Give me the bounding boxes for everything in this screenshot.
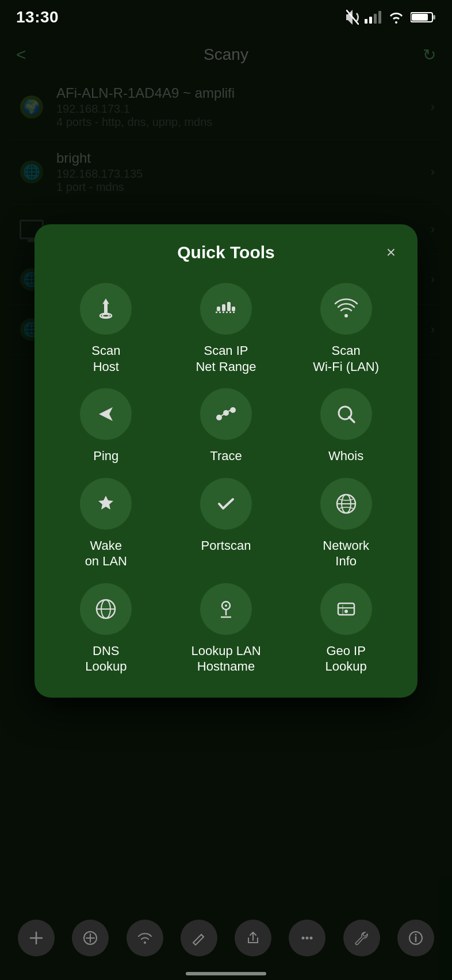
wifi-tab-icon bbox=[137, 930, 153, 946]
add-button[interactable] bbox=[18, 920, 55, 956]
svg-point-49 bbox=[415, 934, 416, 936]
wake-on-lan-button[interactable]: Wakeon LAN bbox=[51, 478, 162, 569]
pencil-icon bbox=[191, 930, 207, 946]
svg-rect-7 bbox=[433, 15, 435, 20]
status-bar: 13:30 bbox=[0, 0, 452, 35]
svg-rect-4 bbox=[378, 11, 381, 24]
wifi-button[interactable] bbox=[127, 920, 163, 956]
add-network-button[interactable] bbox=[72, 920, 109, 956]
svg-rect-9 bbox=[104, 302, 108, 315]
scan-ip-range-button[interactable]: Scan IPNet Range bbox=[171, 283, 282, 374]
lookup-lan-icon bbox=[213, 596, 239, 622]
dns-icon bbox=[93, 596, 118, 622]
whois-icon-circle bbox=[320, 388, 372, 440]
svg-rect-12 bbox=[217, 307, 220, 311]
lookup-lan-button[interactable]: Lookup LANHostname bbox=[171, 583, 282, 675]
svg-point-35 bbox=[344, 610, 348, 613]
dns-lookup-label: DNSLookup bbox=[85, 643, 127, 675]
wake-icon-circle bbox=[80, 478, 132, 530]
modal-close-button[interactable]: × bbox=[381, 242, 401, 263]
svg-point-30 bbox=[225, 604, 227, 607]
scan-wifi-label: ScanWi-Fi (LAN) bbox=[313, 343, 379, 374]
tab-bar bbox=[0, 912, 452, 964]
portscan-button[interactable]: Portscan bbox=[171, 478, 282, 569]
dns-icon-circle bbox=[80, 583, 132, 635]
dns-lookup-button[interactable]: DNSLookup bbox=[51, 583, 162, 675]
status-icons bbox=[346, 10, 436, 25]
svg-line-22 bbox=[349, 417, 354, 422]
mute-icon bbox=[346, 10, 359, 25]
svg-point-11 bbox=[102, 315, 109, 317]
scan-host-label: ScanHost bbox=[91, 343, 120, 374]
svg-point-45 bbox=[306, 937, 309, 940]
svg-point-44 bbox=[302, 937, 305, 940]
portscan-icon-circle bbox=[200, 478, 252, 530]
tools-grid: ScanHost Scan IPNet Range bbox=[51, 283, 401, 675]
network-info-label: NetworkInfo bbox=[323, 538, 369, 569]
status-time: 13:30 bbox=[16, 8, 59, 26]
wrench-button[interactable] bbox=[343, 920, 380, 956]
info-button[interactable] bbox=[397, 920, 434, 956]
signal-icon bbox=[365, 11, 382, 24]
svg-rect-14 bbox=[227, 302, 231, 311]
more-button[interactable] bbox=[289, 920, 325, 956]
portscan-label: Portscan bbox=[201, 538, 251, 554]
battery-icon bbox=[411, 11, 436, 24]
wrench-icon bbox=[354, 930, 370, 946]
ping-button[interactable]: Ping bbox=[51, 388, 162, 464]
whois-icon bbox=[334, 401, 359, 427]
lookup-lan-label: Lookup LANHostname bbox=[191, 643, 261, 675]
info-icon bbox=[408, 930, 424, 946]
svg-point-46 bbox=[310, 937, 313, 940]
modal-header: Quick Tools × bbox=[51, 243, 401, 262]
svg-rect-2 bbox=[369, 17, 372, 24]
whois-button[interactable]: Whois bbox=[290, 388, 401, 464]
network-info-button[interactable]: NetworkInfo bbox=[290, 478, 401, 569]
ping-icon-circle bbox=[80, 388, 132, 440]
svg-point-18 bbox=[216, 415, 222, 420]
scan-host-button[interactable]: ScanHost bbox=[51, 283, 162, 374]
svg-point-17 bbox=[344, 314, 348, 317]
plus-icon bbox=[28, 930, 44, 946]
svg-rect-13 bbox=[222, 304, 225, 311]
wifi-status-icon bbox=[388, 11, 405, 24]
share-button[interactable] bbox=[235, 920, 271, 956]
quick-tools-modal: Quick Tools × ScanHost bbox=[35, 224, 417, 698]
scan-wifi-icon bbox=[334, 296, 359, 321]
share-icon bbox=[245, 930, 261, 946]
edit-button[interactable] bbox=[181, 920, 217, 956]
geo-ip-icon bbox=[334, 596, 359, 622]
network-info-icon-circle bbox=[320, 478, 372, 530]
portscan-icon bbox=[213, 491, 239, 516]
svg-point-42 bbox=[144, 941, 146, 944]
scan-host-icon-circle bbox=[80, 283, 132, 335]
svg-rect-15 bbox=[232, 307, 235, 311]
whois-label: Whois bbox=[328, 448, 363, 464]
lookup-lan-icon-circle bbox=[200, 583, 252, 635]
scan-ip-icon-circle bbox=[200, 283, 252, 335]
dots-icon bbox=[299, 930, 315, 946]
network-info-icon bbox=[334, 491, 359, 516]
modal-title: Quick Tools bbox=[177, 243, 274, 262]
scan-ip-icon bbox=[213, 296, 239, 321]
scan-ip-label: Scan IPNet Range bbox=[196, 343, 256, 374]
ping-icon bbox=[93, 401, 118, 427]
wake-icon bbox=[93, 491, 118, 516]
geo-ip-button[interactable]: Geo IPLookup bbox=[290, 583, 401, 675]
trace-icon-circle bbox=[200, 388, 252, 440]
trace-icon bbox=[213, 401, 239, 427]
trace-button[interactable]: Trace bbox=[171, 388, 282, 464]
svg-rect-3 bbox=[374, 14, 377, 24]
geo-ip-label: Geo IPLookup bbox=[325, 643, 367, 675]
home-indicator bbox=[186, 972, 266, 975]
svg-line-43 bbox=[201, 935, 204, 937]
svg-rect-6 bbox=[412, 14, 428, 21]
plus-network-icon bbox=[82, 930, 98, 946]
scan-wifi-button[interactable]: ScanWi-Fi (LAN) bbox=[290, 283, 401, 374]
wake-on-lan-label: Wakeon LAN bbox=[85, 538, 127, 569]
geo-ip-icon-circle bbox=[320, 583, 372, 635]
scan-host-icon bbox=[93, 296, 118, 321]
trace-label: Trace bbox=[210, 448, 242, 464]
scan-wifi-icon-circle bbox=[320, 283, 372, 335]
svg-rect-1 bbox=[365, 19, 367, 24]
